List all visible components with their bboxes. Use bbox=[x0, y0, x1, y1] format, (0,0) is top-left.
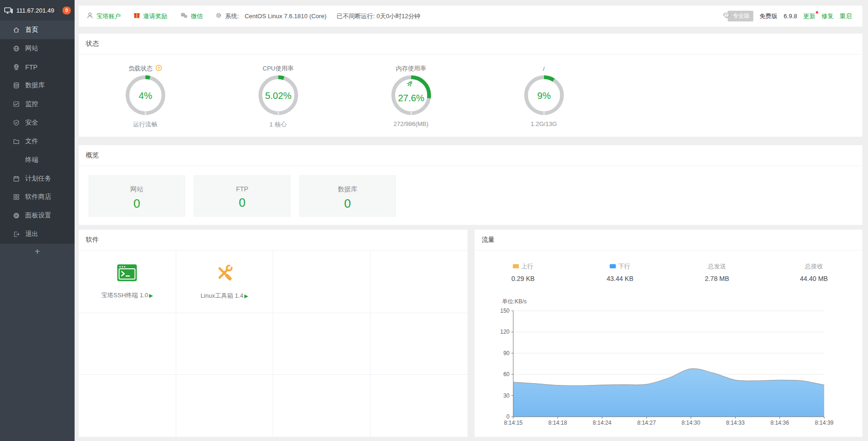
svg-text:5.02%: 5.02% bbox=[265, 91, 291, 101]
sidebar-item-cron[interactable]: 计划任务 bbox=[0, 169, 75, 188]
svg-text:8:14:33: 8:14:33 bbox=[726, 420, 744, 426]
gauge-disk-donut: 9% bbox=[524, 75, 564, 117]
software-title: 软件 bbox=[79, 230, 468, 251]
gauge-memory-sublabel: 272/986(MB) bbox=[393, 120, 428, 127]
overview-box-site[interactable]: 网站0 bbox=[89, 175, 185, 217]
sidebar-item-terminal[interactable]: 终端 bbox=[0, 151, 75, 169]
logout-icon bbox=[13, 231, 20, 238]
sidebar-item-site[interactable]: 网站 bbox=[0, 39, 75, 58]
sidebar-item-appstore[interactable]: 软件商店 bbox=[0, 188, 75, 206]
svg-text:8:14:36: 8:14:36 bbox=[771, 420, 789, 426]
status-gauges: 负载状态?4%运行流畅CPU使用率5.02%1 核心内存使用率27.6%272/… bbox=[79, 55, 862, 129]
sidebar-item-label: 网站 bbox=[25, 44, 38, 53]
add-menu-button[interactable]: + bbox=[34, 246, 40, 257]
version-label: 6.9.8 bbox=[784, 13, 797, 20]
traffic-stat-label: 上行 bbox=[513, 262, 533, 271]
sidebar: 111.67.201.49 0 首页网站FTP数据库监控安全文件终端计划任务软件… bbox=[0, 0, 75, 441]
sidebar-item-settings[interactable]: 面板设置 bbox=[0, 206, 75, 225]
gauge-memory[interactable]: 内存使用率27.6%272/986(MB) bbox=[344, 55, 477, 129]
sidebar-item-files[interactable]: 文件 bbox=[0, 132, 75, 151]
play-icon: ▶ bbox=[244, 293, 248, 299]
gauge-cpu-label: CPU使用率 bbox=[262, 64, 293, 73]
traffic-stat-value: 44.40 MB bbox=[765, 275, 862, 282]
help-icon[interactable]: ? bbox=[155, 64, 162, 73]
system-label: 系统: bbox=[225, 12, 239, 21]
pro-badge[interactable]: 专业版 bbox=[722, 11, 753, 21]
ftp-globe-icon bbox=[13, 63, 20, 71]
monitor-chart-icon bbox=[13, 100, 20, 108]
topbar: 宝塔账户 邀请奖励 微信 系统: CentOS Linux 7.6.1810 (… bbox=[79, 6, 862, 27]
software-empty-cell bbox=[273, 251, 371, 313]
gauge-memory-label: 内存使用率 bbox=[396, 64, 426, 73]
software-empty-cell bbox=[371, 251, 468, 313]
traffic-stat-label: 下行 bbox=[610, 262, 630, 271]
software-card: 软件 宝塔SSH终端 1.0▶Linux工具箱 1.4▶ bbox=[79, 230, 468, 437]
sidebar-item-database[interactable]: 数据库 bbox=[0, 76, 75, 95]
software-app-label: Linux工具箱 1.4▶ bbox=[200, 292, 248, 300]
wechat-label: 微信 bbox=[191, 12, 203, 21]
traffic-stat-down: 下行43.44 KB bbox=[572, 262, 668, 282]
bt-account-label: 宝塔账户 bbox=[96, 12, 121, 21]
update-button[interactable]: 更新 bbox=[803, 12, 815, 21]
gauge-memory-donut: 27.6% bbox=[391, 75, 431, 117]
status-card: 状态 负载状态?4%运行流畅CPU使用率5.02%1 核心内存使用率27.6%2… bbox=[79, 34, 862, 137]
overview-title: 概览 bbox=[79, 145, 862, 166]
sidebar-item-label: 退出 bbox=[25, 230, 38, 238]
svg-text:150: 150 bbox=[500, 308, 510, 314]
traffic-chart: 单位:KB/s03060901201508:14:158:14:188:14:2… bbox=[475, 295, 862, 435]
sidebar-header: 111.67.201.49 0 bbox=[0, 0, 75, 21]
overview-box-value: 0 bbox=[133, 196, 140, 211]
traffic-stat-up: 上行0.29 KB bbox=[475, 262, 572, 282]
diamond-icon bbox=[722, 11, 731, 21]
wechat-link[interactable]: 微信 bbox=[180, 12, 203, 21]
sidebar-item-label: 数据库 bbox=[25, 81, 45, 90]
svg-text:单位:KB/s: 单位:KB/s bbox=[502, 298, 527, 305]
gauge-disk-label: / bbox=[543, 64, 545, 73]
gift-icon bbox=[133, 12, 140, 21]
restart-button[interactable]: 重启 bbox=[840, 12, 852, 21]
traffic-stat-value: 43.44 KB bbox=[572, 275, 668, 282]
repair-button[interactable]: 修复 bbox=[821, 12, 834, 21]
invite-reward-link[interactable]: 邀请奖励 bbox=[133, 12, 167, 21]
calendar-icon bbox=[13, 175, 20, 182]
sidebar-item-label: 首页 bbox=[25, 26, 38, 34]
overview-box-ftp[interactable]: FTP0 bbox=[194, 175, 290, 217]
svg-text:8:14:27: 8:14:27 bbox=[637, 420, 656, 426]
legend-swatch-icon bbox=[610, 264, 616, 268]
sidebar-item-home[interactable]: 首页 bbox=[0, 21, 75, 39]
sidebar-item-label: 计划任务 bbox=[25, 175, 51, 183]
legend-swatch-icon bbox=[513, 264, 519, 268]
software-app-label: 宝塔SSH终端 1.0▶ bbox=[101, 291, 153, 300]
bt-account-link[interactable]: 宝塔账户 bbox=[86, 12, 121, 21]
sidebar-item-label: 面板设置 bbox=[25, 211, 51, 220]
overview-box-label: FTP bbox=[236, 185, 248, 193]
gear-icon bbox=[215, 12, 222, 20]
sidebar-item-ftp[interactable]: FTP bbox=[0, 58, 75, 77]
svg-text:120: 120 bbox=[500, 329, 510, 335]
software-empty-cell bbox=[273, 375, 371, 436]
status-title: 状态 bbox=[79, 34, 862, 55]
sidebar-item-label: 监控 bbox=[25, 100, 38, 108]
traffic-stat-total-sent: 总发送2.78 MB bbox=[668, 262, 765, 282]
sidebar-item-label: 软件商店 bbox=[25, 193, 51, 201]
play-icon: ▶ bbox=[149, 293, 153, 298]
gauge-load-donut: 4% bbox=[125, 75, 165, 117]
gauge-disk-sublabel: 1.2G/13G bbox=[530, 120, 557, 127]
sidebar-item-logout[interactable]: 退出 bbox=[0, 225, 75, 244]
software-app-linux-toolbox[interactable]: Linux工具箱 1.4▶ bbox=[176, 251, 274, 313]
message-count-badge[interactable]: 0 bbox=[62, 7, 71, 14]
software-app-bt-ssh-terminal[interactable]: 宝塔SSH终端 1.0▶ bbox=[79, 251, 176, 313]
folder-icon bbox=[13, 138, 20, 145]
gauge-cpu-donut: 5.02% bbox=[258, 75, 298, 117]
sidebar-item-monitor[interactable]: 监控 bbox=[0, 95, 75, 113]
traffic-card: 流量 上行0.29 KB下行43.44 KB总发送2.78 MB总接收44.40… bbox=[475, 230, 862, 437]
traffic-stat-total-received: 总接收44.40 MB bbox=[765, 262, 862, 282]
overview-box-database[interactable]: 数据库0 bbox=[299, 175, 396, 217]
svg-text:9%: 9% bbox=[537, 91, 551, 101]
user-icon bbox=[86, 12, 94, 21]
software-empty-cell bbox=[273, 313, 371, 375]
database-icon bbox=[13, 82, 20, 89]
sidebar-item-security[interactable]: 安全 bbox=[0, 113, 75, 132]
gauge-cpu-sublabel: 1 核心 bbox=[269, 120, 287, 129]
overview-boxes: 网站0FTP0数据库0 bbox=[79, 166, 862, 217]
